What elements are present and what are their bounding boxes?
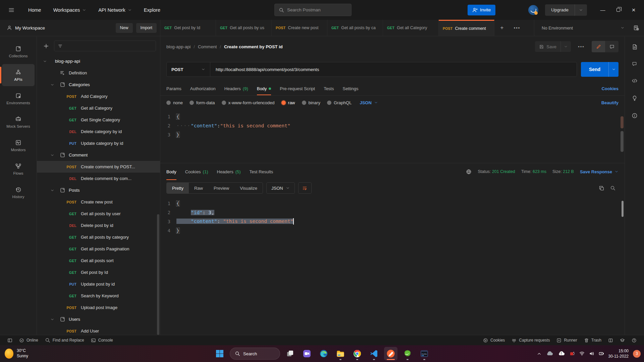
wifi-icon[interactable] <box>579 351 585 356</box>
nav-workspaces[interactable]: Workspaces <box>49 5 91 15</box>
open-tab-create-new-post[interactable]: POSTCreate new post <box>272 20 327 36</box>
breadcrumb-folder[interactable]: Comment <box>198 44 217 49</box>
cookies-link[interactable]: Cookies <box>601 86 619 91</box>
request-body-editor[interactable]: 1{2····"content":"this is second comment… <box>160 110 625 163</box>
body-mode-raw[interactable]: raw <box>281 100 295 105</box>
breadcrumb-collection[interactable]: blog-app-api <box>166 44 191 49</box>
request-editor-scrollbar-2[interactable] <box>621 131 624 152</box>
cloud-alert-icon[interactable]: ! <box>558 351 565 356</box>
statusbar-trash[interactable]: Trash <box>581 335 605 345</box>
open-tab-get-all-posts-by-us[interactable]: GETGet all posts by us <box>216 20 272 36</box>
add-collection-button[interactable] <box>41 41 51 51</box>
response-tab-cookies[interactable]: Cookies(1) <box>185 163 208 180</box>
request-get-all-posts-by-category[interactable]: GETGet all posts by category <box>37 231 160 243</box>
response-tab-body[interactable]: Body <box>166 163 176 180</box>
notifications-bell-icon[interactable] <box>514 4 525 16</box>
settings-gear-icon[interactable] <box>499 4 510 16</box>
taskbar-search[interactable]: Search <box>230 348 280 360</box>
request-get-all-posts-sort[interactable]: GETGet all posts sort <box>37 255 160 266</box>
battery-icon[interactable] <box>599 351 604 356</box>
view-tab-pretty[interactable]: Pretty <box>167 183 189 193</box>
tab-headers[interactable]: Headers(9) <box>224 82 248 95</box>
request-upload-post-image[interactable]: POSTUpload post Image <box>37 302 160 313</box>
beautify-link[interactable]: Beautify <box>601 100 619 105</box>
comments-button[interactable] <box>605 41 619 52</box>
view-tab-preview[interactable]: Preview <box>208 183 234 193</box>
statusbar-help[interactable] <box>628 335 640 345</box>
new-tab-button[interactable]: + <box>494 20 509 36</box>
sidebar-item-environments[interactable]: Environments <box>2 87 35 110</box>
request-editor-scrollbar[interactable] <box>621 116 624 128</box>
file-explorer-app[interactable] <box>334 347 347 360</box>
hamburger-menu-icon[interactable] <box>5 7 17 13</box>
save-button[interactable]: Save <box>535 41 571 52</box>
volume-icon[interactable] <box>589 351 594 356</box>
nav-api-network[interactable]: API Network <box>94 5 137 15</box>
spring-app[interactable] <box>401 347 414 360</box>
workspace-switcher[interactable]: My Workspace <box>7 25 112 31</box>
request-get-post-by-id[interactable]: GETGet post by Id <box>37 266 160 278</box>
task-view-app[interactable] <box>283 347 297 360</box>
upgrade-button[interactable]: Upgrade <box>545 4 587 16</box>
response-body-editor[interactable]: 1{2 "id": 3,3 "content": "this is second… <box>160 196 625 335</box>
body-mode-none[interactable]: none <box>166 100 183 105</box>
statusbar-console[interactable]: Console <box>88 335 116 345</box>
tray-app-icon[interactable] <box>570 351 575 356</box>
request-add-category[interactable]: POSTAdd Category <box>37 90 160 102</box>
tree-comment[interactable]: Comment <box>37 149 160 161</box>
request-update-post-by-id[interactable]: PUTUpdate post by id <box>37 278 160 290</box>
chrome-app[interactable] <box>351 347 364 360</box>
bulb-icon[interactable] <box>632 95 638 101</box>
video-chat-app[interactable] <box>300 347 314 360</box>
edit-pencil-button[interactable] <box>592 41 605 52</box>
open-tab-get-all-posts-by-ca[interactable]: GETGet all posts by ca <box>327 20 383 36</box>
tray-expand-icon[interactable] <box>537 351 542 356</box>
tab-body[interactable]: Body <box>257 82 271 95</box>
request-get-single-category[interactable]: GETGet Single Category <box>37 114 160 126</box>
sidebar-item-history[interactable]: History <box>2 181 35 203</box>
request-create-new-post[interactable]: POSTCreate new post <box>37 196 160 208</box>
statusbar-find-and-replace[interactable]: Find and Replace <box>42 335 88 345</box>
code-icon[interactable] <box>632 78 638 84</box>
request-add-user[interactable]: POSTAdd User <box>37 325 160 335</box>
request-create-comment-by-post-[interactable]: POSTCreate comment by POST... <box>37 161 160 173</box>
sidebar-filter-input[interactable] <box>54 41 156 51</box>
environment-selector[interactable]: No Environment <box>534 20 644 36</box>
sidebar-item-mock-servers[interactable]: Mock Servers <box>2 111 35 133</box>
info-icon[interactable] <box>632 113 638 119</box>
notification-count-badge[interactable]: 3 <box>633 350 641 358</box>
nav-explore[interactable]: Explore <box>139 5 165 15</box>
environment-quick-look-icon[interactable] <box>633 25 639 31</box>
request-update-category-by-id[interactable]: PUTUpdate category by id <box>37 137 160 149</box>
sidebar-item-collections[interactable]: Collections <box>2 41 35 63</box>
close-button[interactable]: × <box>626 0 641 20</box>
request-delete-category-by-id[interactable]: DELDelete category by id <box>37 126 160 137</box>
tab-pre-request-script[interactable]: Pre-request Script <box>280 82 315 95</box>
body-mode-form-data[interactable]: form-data <box>190 100 215 105</box>
tree-users[interactable]: Users <box>37 313 160 325</box>
open-tab-get-post-by-id[interactable]: GETGet post by Id <box>160 20 216 36</box>
raw-language-select[interactable]: JSON <box>360 100 378 105</box>
request-search-by-keyword[interactable]: GETSearch by Keyword <box>37 290 160 302</box>
open-tab-create-comment[interactable]: POSTCreate comment <box>439 20 494 36</box>
maximize-button[interactable] <box>610 0 626 20</box>
tab-tests[interactable]: Tests <box>324 82 334 95</box>
response-language-select[interactable]: JSON <box>266 182 295 194</box>
save-response-button[interactable]: Save Response <box>580 169 619 174</box>
request-get-all-posts-by-user[interactable]: GETGet all posts by user <box>37 208 160 220</box>
weather-widget[interactable]: 30°C Sunny <box>0 348 74 359</box>
postman-app[interactable] <box>384 347 397 360</box>
tree-categories[interactable]: Categories <box>37 79 160 90</box>
send-button[interactable]: Send <box>581 62 619 77</box>
view-tab-visualize[interactable]: Visualize <box>234 183 263 193</box>
wrap-lines-button[interactable] <box>298 182 312 194</box>
edge-app[interactable] <box>317 347 330 360</box>
vscode-app[interactable] <box>367 347 381 360</box>
response-tab-headers[interactable]: Headers(5) <box>217 163 241 180</box>
import-button[interactable]: Import <box>136 23 157 33</box>
request-get-all-category[interactable]: GETGet all Category <box>37 102 160 114</box>
tab-params[interactable]: Params <box>166 82 181 95</box>
comment-icon[interactable] <box>632 61 637 66</box>
tree-definition[interactable]: Definition <box>37 67 160 79</box>
invite-button[interactable]: Invite <box>468 5 495 15</box>
